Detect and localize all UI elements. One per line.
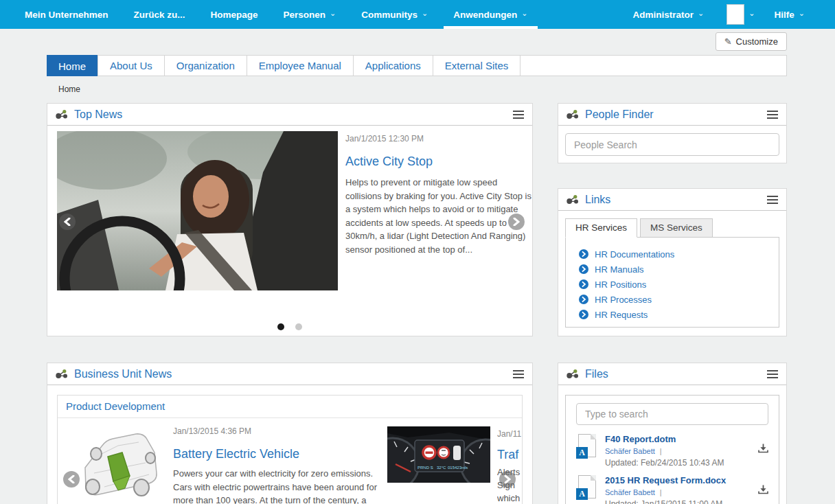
portlet-menu-button[interactable] [767,370,778,378]
tab-organization[interactable]: Organization [165,56,247,76]
separator: | [660,447,662,455]
news-photo-xray-car [70,425,161,503]
nav-item-communitys[interactable]: Communitys⌄ [361,0,428,29]
section-title: Product Development [58,396,522,418]
separator: | [660,488,662,496]
download-icon [758,485,768,494]
share-network-icon [56,109,67,119]
customize-label: Customize [736,36,778,47]
portlet-people-finder: People Finder [558,103,787,163]
circle-arrow-icon [579,264,588,274]
site-tab-bar: Home About Us Organization Employee Manu… [47,55,787,76]
portlet-menu-button[interactable] [513,370,524,378]
portlet-title: Files [585,368,608,380]
chevron-down-icon: ⌄ [748,9,755,18]
chevron-down-icon: ⌄ [698,9,704,18]
tab-home[interactable]: Home [47,55,98,76]
dashboard-label-1: PRND S [418,466,433,470]
user-avatar[interactable] [727,4,744,25]
download-icon [758,444,768,453]
top-news-article: Jan/1/2015 12:30 PM Active City Stop Hel… [345,134,532,256]
file-updated: Updated: Jan/15/2015 11:00 AM [605,499,758,504]
nav-item-mein-unternehmen[interactable]: Mein Unternehmen [25,0,108,29]
carousel-prev-button[interactable] [59,214,76,230]
tab-hr-services[interactable]: HR Services [565,218,637,238]
carousel-dot-1[interactable] [277,323,284,330]
files-list: A F40 Report.dotm Schäfer Babett | Updat… [565,395,779,504]
people-search-input[interactable] [565,133,779,156]
chevron-left-icon [68,475,75,483]
dashboard-label-2: 32°C [437,466,446,470]
nav-item-personen[interactable]: Personen⌄ [284,0,336,29]
portlet-menu-button[interactable] [767,196,778,204]
portlet-menu-button[interactable] [767,111,778,119]
portlet-title: People Finder [585,108,654,121]
carousel-prev-button[interactable] [63,471,80,488]
download-button[interactable] [758,444,768,456]
article-date: Jan/13/2015 4:36 PM [173,426,379,436]
tab-applications[interactable]: Applications [354,56,433,76]
file-author-link[interactable]: Schäfer Babett [605,447,655,455]
tab-employee-manual[interactable]: Employee Manual [247,56,354,76]
top-news-header: Top News [47,104,532,126]
portlet-title: Business Unit News [74,368,172,380]
hamburger-icon [767,111,778,119]
file-name-link[interactable]: 2015 HR Request Form.docx [605,475,758,485]
article-title-link[interactable]: Active City Stop [345,154,532,169]
hamburger-icon [513,111,524,119]
breadcrumb[interactable]: Home [58,84,80,94]
circle-arrow-icon [579,279,588,289]
tab-ms-services[interactable]: MS Services [640,218,713,238]
carousel-next-button[interactable] [508,214,525,230]
nav-item-homepage[interactable]: Homepage [211,0,258,29]
top-navigation-bar: Mein Unternehmen Zurück zu... Homepage P… [0,0,835,29]
article-body-line: which [497,492,523,504]
file-name-link[interactable]: F40 Report.dotm [605,434,758,444]
document-file-icon: A [576,475,597,500]
share-network-icon [56,369,67,379]
file-author-link[interactable]: Schäfer Babett [605,488,655,496]
pencil-icon: ✎ [724,36,732,47]
link-hr-documentations[interactable]: HR Documentations [579,247,779,262]
document-file-icon: A [576,434,597,459]
nav-item-anwendungen[interactable]: Anwendungen⌄ [453,0,527,29]
chevron-right-icon [513,218,520,226]
portlet-menu-button[interactable] [513,111,524,119]
files-search-input[interactable] [576,403,768,425]
nav-item-hilfe[interactable]: Hilfe⌄ [775,0,805,29]
nav-item-zurueck-zu[interactable]: Zurück zu... [134,0,185,29]
chevron-down-icon: ⌄ [799,9,805,18]
file-updated: Updated: Feb/24/2015 10:43 AM [605,458,758,468]
file-type-letter: A [576,447,588,459]
chevron-down-icon: ⌄ [330,9,336,18]
article-body: Powers your car with electricity for zer… [173,467,379,504]
business-unit-news-section: Product Development Jan/13/2015 4:36 PM … [57,395,523,504]
file-type-letter: A [576,488,588,500]
circle-arrow-icon [579,249,588,259]
links-header: Links [558,189,786,211]
link-hr-manuals[interactable]: HR Manuals [579,262,779,277]
file-row: A 2015 HR Request Form.docx Schäfer Babe… [576,475,768,504]
tab-external-sites[interactable]: External Sites [433,56,521,76]
article-title-link[interactable]: Battery Electric Vehicle [173,447,379,461]
article-date: Jan/11 [497,428,523,441]
hamburger-icon [767,370,778,378]
carousel-next-button[interactable] [499,471,516,488]
link-hr-processes[interactable]: HR Processes [579,292,779,307]
tab-about-us[interactable]: About Us [98,56,165,76]
portlet-files: Files A F40 Report.dotm Schäfer Babett |… [558,363,787,504]
business-article-2-clipped: Jan/11 Traf Alerts Sign which which [497,428,523,504]
link-hr-positions[interactable]: HR Positions [579,277,779,292]
chevron-right-icon [504,475,511,483]
dashboard-label-3: 015423mls [448,466,468,470]
people-finder-header: People Finder [558,104,786,126]
portlet-title: Top News [74,108,122,121]
customize-button[interactable]: ✎ Customize [716,32,787,51]
business-article-1: Jan/13/2015 4:36 PM Battery Electric Veh… [173,426,379,504]
article-title-link[interactable]: Traf [497,448,523,461]
download-button[interactable] [758,485,768,497]
business-unit-news-header: Business Unit News [47,363,532,385]
nav-item-administrator[interactable]: Administrator⌄ [633,0,705,29]
carousel-dot-2[interactable] [295,323,302,330]
link-hr-requests[interactable]: HR Requests [579,307,779,322]
